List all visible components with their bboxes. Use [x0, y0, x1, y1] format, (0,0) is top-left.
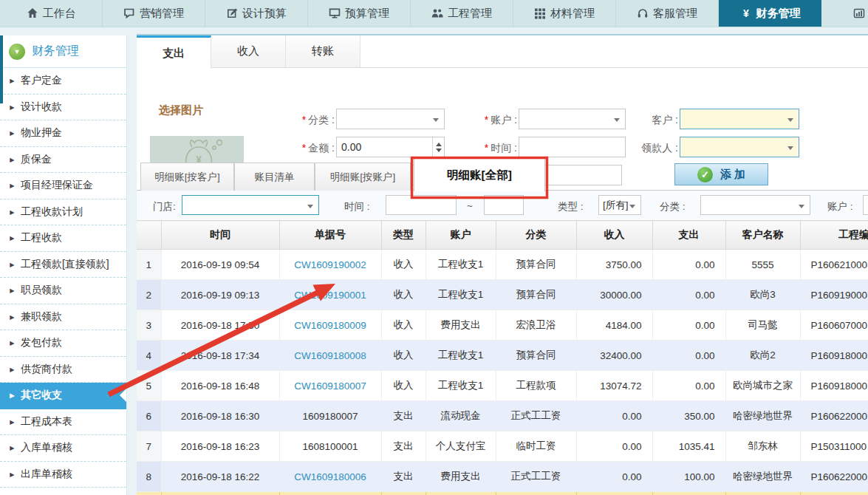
doc-number-link[interactable]: CW1609190001 [294, 290, 366, 301]
sidebar-item-1[interactable]: ▶ 设计收款 [0, 95, 126, 121]
sidebar-item-11[interactable]: ▶ 供货商付款 [0, 357, 126, 383]
sidebar-accent-bar [0, 35, 3, 103]
table-row: 32016-09-18 17:50CW1609180009收入费用支出宏浪卫浴4… [137, 310, 868, 341]
nav-item-7[interactable]: ¥ 财务管理 [719, 0, 821, 27]
customer-label: 客户 : [626, 114, 678, 127]
cell: 工程收支1 [426, 341, 496, 371]
col-header-9: 工程编号 [800, 221, 868, 250]
sidebar-item-0[interactable]: ▶ 客户定金 [0, 68, 126, 95]
doc-number-cell[interactable]: CW1609180007 [279, 371, 381, 401]
nav-item-0[interactable]: 工作台 [0, 0, 103, 27]
doc-number-link[interactable]: CW1609180009 [294, 320, 366, 331]
sidebar-item-8[interactable]: ▶ 职员领款 [0, 278, 126, 304]
nav-item-8[interactable]: 统计 [821, 0, 868, 27]
col-header-8: 客户名称 [725, 221, 800, 250]
nav-item-6[interactable]: 客服管理 [616, 0, 719, 27]
nav-item-1[interactable]: 营销管理 [103, 0, 205, 27]
subtab-all[interactable]: 明细账[全部] [414, 158, 545, 191]
sidebar-item-9[interactable]: ▶ 兼职领款 [0, 304, 126, 331]
cell: 工程款项 [496, 371, 576, 401]
time-input[interactable] [519, 137, 626, 157]
payee-select[interactable] [680, 137, 799, 157]
category-filter-select[interactable] [700, 195, 810, 215]
cell: 收入 [381, 341, 426, 371]
cell: 宏浪卫浴 [496, 310, 576, 341]
sidebar-item-13[interactable]: ▶ 工程成本表 [0, 409, 126, 436]
spinner-down-icon[interactable] [436, 148, 442, 152]
amount-input[interactable]: 0.00 [336, 137, 445, 157]
cell: 司马懿 [725, 310, 800, 341]
doc-number-cell[interactable]: CW1609190002 [279, 250, 381, 280]
table-row: 22016-09-19 09:13CW1609190001收入工程收支1预算合同… [137, 280, 868, 310]
sidebar-item-6[interactable]: ▶ 工程收款 [0, 225, 126, 252]
cell: 5555 [725, 250, 800, 280]
triangle-right-icon: ▶ [10, 235, 14, 242]
cell: 2016-09-19 09:54 [161, 250, 279, 280]
sidebar-item-15[interactable]: ▶ 出库单稽核 [0, 462, 126, 488]
entry-form: 选择图片 ¥ 暂未上传图片 *分类 : *账户 : 客户 : *金额 : 0.0… [137, 68, 868, 157]
triangle-right-icon: ▶ [10, 313, 14, 320]
subtab-account-list[interactable]: 账目清单 [234, 163, 315, 191]
tab-income[interactable]: 收入 [211, 35, 286, 67]
cell: 欧尚城市之家 [725, 371, 800, 401]
account-filter-input[interactable] [863, 195, 868, 215]
cell: 邹东林 [725, 431, 800, 462]
sidebar-item-5[interactable]: ▶ 工程收款计划 [0, 199, 126, 226]
doc-number-cell[interactable]: CW1609180009 [279, 310, 381, 341]
nav-item-2[interactable]: 设计预算 [205, 0, 308, 27]
cell: 工程收支1 [426, 250, 496, 280]
filter-row: 门店: 时间 : ~ 类型 : [所有] 分类 : 账户 : [137, 191, 868, 220]
store-filter-select[interactable] [182, 195, 319, 215]
payee-label: 领款人 : [626, 142, 678, 155]
sidebar-header[interactable]: ▼ 财务管理 [0, 35, 126, 68]
type-filter-select[interactable]: [所有] [598, 195, 641, 215]
collapse-circle-icon[interactable]: ▼ [9, 44, 25, 60]
cell: P160622000 [800, 401, 868, 431]
sidebar-item-4[interactable]: ▶ 项目经理保证金 [0, 173, 126, 199]
account-select[interactable] [519, 109, 626, 129]
chevron-down-icon [629, 205, 635, 208]
time-to-input[interactable] [484, 195, 524, 215]
customer-select[interactable] [680, 109, 799, 129]
cell: P160918000 [800, 371, 868, 401]
sidebar-item-10[interactable]: ▶ 发包付款 [0, 330, 126, 357]
nav-item-5[interactable]: 材料管理 [513, 0, 616, 27]
cell: 哈密绿地世界 [725, 401, 800, 431]
time-from-input[interactable] [386, 195, 457, 215]
table-row: 62016-09-18 16:301609180007支出流动现金正式工工资0.… [137, 401, 868, 431]
chevron-down-icon [787, 118, 793, 122]
cell: 收入 [381, 371, 426, 401]
tab-expense[interactable]: 支出 [137, 35, 211, 69]
triangle-right-icon: ▶ [10, 182, 14, 189]
col-header-3: 类型 [381, 221, 426, 250]
sidebar-item-7[interactable]: ▶ 工程领款[直接领款] [0, 252, 126, 279]
tab-transfer[interactable]: 转账 [286, 35, 360, 67]
doc-number-cell[interactable]: CW1609190001 [279, 280, 381, 310]
doc-number-cell[interactable]: CW1609180008 [279, 341, 381, 371]
sidebar-item-14[interactable]: ▶ 入库单稽核 [0, 435, 126, 462]
cell: 100.00 [652, 462, 725, 492]
doc-number-cell[interactable]: CW1609180006 [279, 462, 381, 492]
cell: 工程收支1 [426, 280, 496, 310]
sidebar-item-12[interactable]: ▶ 其它收支 [0, 383, 126, 409]
doc-number-link[interactable]: CW1609180008 [294, 350, 366, 361]
partial-yellow-row [137, 492, 868, 495]
subtab-by-account[interactable]: 明细账[按账户] [315, 163, 411, 191]
sidebar-item-2[interactable]: ▶ 物业押金 [0, 120, 126, 147]
amount-spinner[interactable] [432, 137, 444, 157]
spinner-up-icon[interactable] [436, 143, 442, 146]
col-header-4: 账户 [426, 221, 496, 250]
nav-item-4[interactable]: 工程管理 [411, 0, 513, 27]
cell: 正式工工资 [496, 462, 576, 492]
choose-image-link[interactable]: 选择图片 [159, 103, 203, 117]
sidebar-item-3[interactable]: ▶ 质保金 [0, 147, 126, 174]
doc-number-link[interactable]: CW1609180006 [294, 471, 366, 482]
triangle-right-icon: ▶ [10, 392, 14, 399]
category-select[interactable] [336, 109, 445, 129]
subtab-by-customer[interactable]: 明细账[按客户] [140, 163, 234, 191]
account-filter-label: 账户 : [827, 200, 853, 214]
nav-item-3[interactable]: 预算管理 [308, 0, 411, 27]
doc-number-link[interactable]: CW1609190002 [294, 259, 366, 270]
table-row: 82016-09-18 16:22CW1609180006支出费用支出正式工工资… [137, 462, 868, 492]
doc-number-link[interactable]: CW1609180007 [294, 380, 366, 392]
